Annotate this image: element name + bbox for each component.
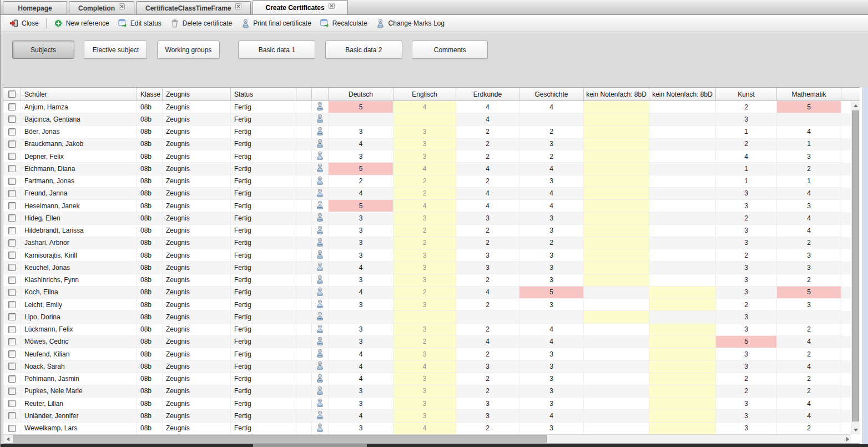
grade-cell[interactable]: 2 [456,423,519,435]
row-checkbox[interactable] [8,103,16,111]
grade-cell[interactable] [584,138,649,150]
outer-horizontal-scrollbar[interactable] [1,444,868,447]
grade-cell[interactable] [649,336,716,348]
table-row[interactable]: Wewelkamp, Lars08bZeugnisFertig342332 [3,423,851,435]
grade-cell[interactable] [519,113,584,125]
grade-cell[interactable] [584,150,649,163]
grade-cell[interactable]: 2 [329,175,393,188]
table-row[interactable]: Lückmann, Felix08bZeugnisFertig332432 [3,324,851,336]
grade-cell[interactable]: 2 [777,373,841,385]
grade-cell[interactable] [329,113,393,125]
grade-cell[interactable]: 3 [519,299,584,311]
tab-create-certificates[interactable]: Create Certificates [253,0,348,14]
scroll-left-button[interactable] [3,435,12,443]
grade-cell[interactable]: 3 [393,249,456,262]
grade-cell[interactable]: 3 [329,324,393,336]
table-row[interactable]: Brauckmann, Jakob08bZeugnisFertig432321 [3,138,851,150]
grade-cell[interactable] [584,324,649,336]
grade-cell[interactable]: 3 [393,410,456,422]
grade-cell[interactable] [649,311,716,323]
grade-cell[interactable]: 3 [393,262,456,274]
tab-homepage[interactable]: Homepage [3,1,67,14]
grade-cell[interactable]: 3 [329,225,393,237]
grade-cell[interactable] [649,249,716,262]
grade-cell[interactable]: 2 [777,385,841,398]
grade-cell[interactable]: 1 [777,138,841,150]
grade-cell[interactable] [649,385,716,398]
grade-cell[interactable]: 4 [456,163,519,175]
row-checkbox[interactable] [8,289,16,296]
row-checkbox[interactable] [8,277,16,284]
grade-cell[interactable]: 3 [716,348,777,360]
grade-cell[interactable] [584,274,649,287]
grade-cell[interactable]: 2 [456,175,519,188]
grade-cell[interactable]: 2 [393,175,456,188]
grade-cell[interactable]: 2 [716,385,777,398]
row-checkbox[interactable] [8,178,16,185]
grade-cell[interactable]: 3 [716,188,777,200]
grade-cell[interactable]: 3 [519,225,584,237]
grade-cell[interactable]: 4 [519,163,584,175]
grade-cell[interactable]: 4 [456,336,519,348]
grade-cell[interactable]: 3 [393,299,456,311]
grade-cell[interactable]: 4 [329,138,393,150]
elective-subject-button[interactable]: Elective subject [84,41,147,59]
grade-cell[interactable] [649,373,716,385]
grade-cell[interactable]: 4 [519,200,584,212]
column-header-subject[interactable]: kein Notenfach: 8bD [649,88,716,101]
row-checkbox[interactable] [8,202,16,209]
grade-cell[interactable]: 3 [329,274,393,287]
grade-cell[interactable] [649,113,716,125]
grade-cell[interactable] [649,423,716,435]
table-row[interactable]: Heselmann, Janek08bZeugnisFertig544433 [3,200,851,212]
grade-cell[interactable] [584,385,649,398]
row-checkbox[interactable] [8,214,16,222]
grade-cell[interactable]: 2 [519,126,584,138]
grade-cell[interactable]: 3 [777,299,841,311]
table-row[interactable]: Reuter, Lilian08bZeugnisFertig333334 [3,398,851,410]
grade-cell[interactable]: 2 [519,150,584,163]
row-checkbox[interactable] [8,227,16,234]
grade-cell[interactable]: 3 [329,299,393,311]
grade-cell[interactable] [649,225,716,237]
grade-cell[interactable] [649,410,716,422]
grade-cell[interactable]: 2 [777,237,841,249]
table-row[interactable]: Böer, Jonas08bZeugnisFertig332214 [3,126,851,138]
grade-cell[interactable] [584,373,649,385]
tab-certificateclasstimeframe[interactable]: CertificateClassTimeFrame [136,1,251,14]
row-checkbox[interactable] [8,412,16,419]
grade-cell[interactable] [584,336,649,348]
grade-cell[interactable]: 3 [329,336,393,348]
grade-cell[interactable]: 3 [519,212,584,224]
grade-cell[interactable]: 3 [393,150,456,163]
grade-cell[interactable]: 2 [519,237,584,249]
row-checkbox[interactable] [8,190,16,197]
grade-cell[interactable]: 3 [456,410,519,422]
grade-cell[interactable] [584,175,649,188]
grade-cell[interactable]: 5 [329,163,393,175]
grade-cell[interactable]: 2 [777,163,841,175]
grade-cell[interactable]: 3 [329,398,393,410]
table-row[interactable]: Lipo, Dorina08bZeugnisFertig3 [3,311,851,323]
row-checkbox[interactable] [8,153,16,160]
grade-cell[interactable]: 2 [393,188,456,200]
grade-cell[interactable]: 5 [329,200,393,212]
vertical-scrollbar[interactable] [851,101,860,434]
row-checkbox[interactable] [8,338,16,345]
grade-cell[interactable]: 3 [393,212,456,224]
grade-cell[interactable]: 4 [329,262,393,274]
grade-cell[interactable] [584,101,649,113]
grade-cell[interactable] [649,138,716,150]
grade-cell[interactable]: 4 [456,200,519,212]
grade-cell[interactable]: 2 [456,299,519,311]
table-row[interactable]: Keuchel, Jonas08bZeugnisFertig433333 [3,262,851,274]
grade-cell[interactable]: 4 [329,188,393,200]
row-checkbox[interactable] [8,239,16,247]
grade-cell[interactable]: 3 [716,200,777,212]
grade-cell[interactable] [649,200,716,212]
grade-cell[interactable] [649,101,716,113]
grade-cell[interactable] [393,113,456,125]
grade-cell[interactable]: 4 [716,150,777,163]
grade-cell[interactable] [584,237,649,249]
grade-cell[interactable]: 3 [716,113,777,125]
